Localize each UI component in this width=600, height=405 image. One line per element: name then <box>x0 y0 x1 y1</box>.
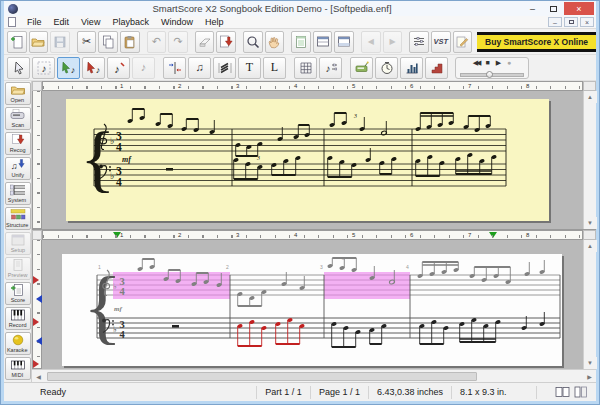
cut-button[interactable]: ✂ <box>77 31 97 53</box>
metronome-button[interactable] <box>375 57 398 79</box>
redo-button[interactable]: ↷ <box>168 31 188 53</box>
menu-window[interactable]: Window <box>155 17 199 27</box>
minimize-button[interactable]: – <box>522 2 543 15</box>
margin-marker-right[interactable] <box>489 232 497 238</box>
sidebar-item-record[interactable]: Record <box>5 307 31 330</box>
insert-note-button[interactable]: ♪ <box>32 57 55 79</box>
instrument-button[interactable] <box>453 31 473 53</box>
sliders-icon <box>411 34 427 50</box>
sidebar-item-open[interactable]: Open <box>5 82 31 105</box>
rewind-button[interactable]: ◀◀ <box>473 59 480 67</box>
menu-edit[interactable]: Edit <box>48 17 76 27</box>
app-window: SmartScore X2 Songbook Edition Demo - [S… <box>0 0 600 405</box>
grid-tool-button[interactable] <box>294 57 317 79</box>
scanned-page[interactable]: {♭34♭34mf33 <box>66 99 549 221</box>
copy-button[interactable] <box>98 31 118 53</box>
insert-red-note-button[interactable]: ♪ <box>107 57 130 79</box>
record-button[interactable]: ● <box>507 59 511 66</box>
enf-vertical-scrollbar[interactable]: ▲ ▼ <box>583 240 596 369</box>
close-button[interactable]: × <box>564 2 594 15</box>
gray-note-button[interactable]: ♪ <box>132 57 155 79</box>
menu-file[interactable]: File <box>21 17 48 27</box>
mixer-bars-button[interactable] <box>400 57 423 79</box>
scan-canvas[interactable]: {♭34♭34mf33 <box>42 91 583 229</box>
child-minimize-button[interactable]: – <box>548 17 562 27</box>
scroll-right-arrow[interactable]: ▶ <box>583 370 596 382</box>
window-split-button[interactable] <box>313 31 333 53</box>
pointer-tool-button[interactable] <box>7 57 30 79</box>
note-properties-button[interactable]: ♪ <box>319 57 342 79</box>
enf-canvas[interactable]: {♭34♭34mf31234 <box>42 240 583 369</box>
play-button[interactable]: ▶ <box>496 59 501 67</box>
buy-smartscore-button[interactable]: Buy SmartScore X Online <box>477 32 596 52</box>
pan-button[interactable] <box>265 31 285 53</box>
eraser-button[interactable] <box>195 31 215 53</box>
new-document-button[interactable] <box>7 31 27 53</box>
playback-slider-thumb[interactable] <box>486 71 493 78</box>
next-page-button[interactable]: ▶ <box>383 31 403 53</box>
undo-button[interactable]: ↶ <box>147 31 167 53</box>
scrollbar-thumb[interactable] <box>47 372 477 381</box>
staff-marker-red[interactable] <box>33 276 39 284</box>
child-restore-button[interactable] <box>564 17 578 27</box>
close-icon: × <box>576 4 581 14</box>
sidebar-item-preview[interactable]: Preview <box>5 257 31 280</box>
margin-marker-left[interactable] <box>113 232 121 238</box>
enf-page[interactable]: {♭34♭34mf31234 <box>62 254 562 366</box>
lyrics-tool-button[interactable]: L <box>263 57 286 79</box>
staff-marker-red[interactable] <box>33 318 39 326</box>
menu-playback[interactable]: Playback <box>106 17 155 27</box>
scroll-left-arrow[interactable]: ◀ <box>32 370 45 382</box>
sidebar-item-karaoke[interactable]: Karaoke <box>5 332 31 355</box>
select-tool-button[interactable]: ♪ <box>57 57 80 79</box>
green-arrow-note-icon: ♪ <box>61 60 77 76</box>
staff-marker-blue[interactable] <box>36 337 42 345</box>
sidebar-item-structure[interactable]: Structure <box>5 207 31 230</box>
two-page-view-button[interactable] <box>555 386 570 398</box>
staff-marker-blue[interactable] <box>36 295 42 303</box>
enf-horizontal-scrollbar[interactable]: ◀ ▶ <box>32 369 596 382</box>
scroll-up-arrow[interactable]: ▲ <box>584 240 597 252</box>
scroll-up-arrow[interactable]: ▲ <box>584 91 597 103</box>
open-file-button[interactable] <box>29 31 49 53</box>
vst-button[interactable]: VST <box>431 31 451 53</box>
save-button[interactable] <box>50 31 70 53</box>
document-icon[interactable] <box>8 17 16 27</box>
sidebar-item-setup[interactable]: Setup <box>5 232 31 255</box>
change-tool-button[interactable]: ♪ <box>82 57 105 79</box>
minimize-icon: – <box>530 4 535 14</box>
scanned-score-canvas[interactable]: {♭34♭34mf33 <box>66 99 549 221</box>
menu-view[interactable]: View <box>75 17 106 27</box>
sidebar-item-system[interactable]: System <box>5 182 31 205</box>
staff-marker-red[interactable] <box>33 360 39 368</box>
sidebar-item-scan[interactable]: Scan <box>5 107 31 130</box>
prev-page-button[interactable]: ◀ <box>361 31 381 53</box>
notepad-button[interactable] <box>291 31 311 53</box>
window-layout-button[interactable] <box>334 31 354 53</box>
enf-score-canvas[interactable]: {♭34♭34mf31234 <box>62 254 562 366</box>
recognize-button[interactable] <box>216 31 236 53</box>
child-close-button[interactable]: × <box>580 17 594 27</box>
menu-help[interactable]: Help <box>199 17 230 27</box>
single-page-view-button[interactable] <box>573 386 588 398</box>
svg-text:4: 4 <box>119 329 125 340</box>
mixer-button[interactable] <box>409 31 429 53</box>
sidebar-item-recog[interactable]: Recog <box>5 132 31 155</box>
sidebar-item-midi[interactable]: MIDI <box>5 357 31 380</box>
paste-button[interactable] <box>120 31 140 53</box>
stop-button[interactable]: ■ <box>485 59 489 66</box>
text-tool-button[interactable]: T <box>238 57 261 79</box>
scanner-button[interactable] <box>350 57 373 79</box>
playback-slider[interactable] <box>460 71 524 77</box>
sidebar-item-unify[interactable]: ♫Unify <box>5 157 31 180</box>
scroll-down-arrow[interactable]: ▼ <box>584 217 597 229</box>
tremolo-button[interactable] <box>213 57 236 79</box>
beam-notes-button[interactable]: ♫ <box>188 57 211 79</box>
maximize-button[interactable] <box>543 2 564 15</box>
sidebar-item-score[interactable]: Score <box>5 282 31 305</box>
zoom-button[interactable] <box>243 31 263 53</box>
align-button[interactable] <box>163 57 186 79</box>
scan-vertical-scrollbar[interactable]: ▲ ▼ <box>583 91 596 229</box>
transpose-button[interactable] <box>425 57 448 79</box>
scroll-down-arrow[interactable]: ▼ <box>584 357 597 369</box>
